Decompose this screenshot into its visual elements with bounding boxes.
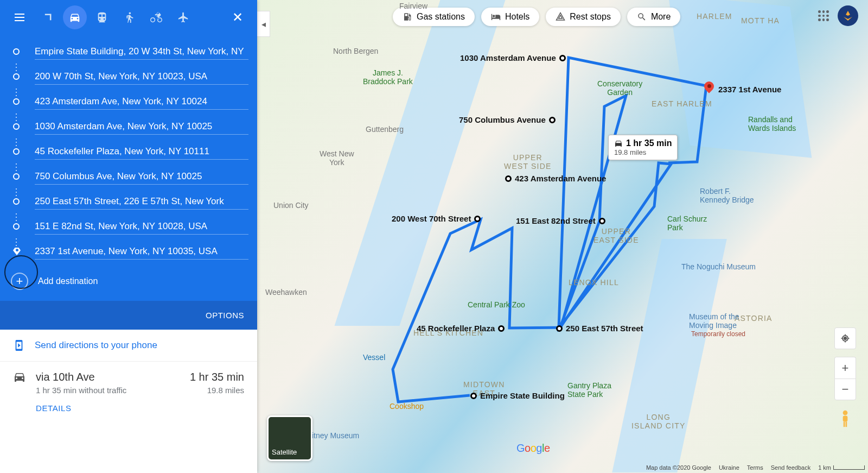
map-waypoint[interactable]: 1030 Amsterdam Avenue xyxy=(460,53,566,62)
waypoint-input[interactable] xyxy=(35,44,248,60)
waypoint-input[interactable] xyxy=(35,169,248,185)
chevron-left-icon: ◂ xyxy=(261,19,266,29)
mode-best[interactable] xyxy=(36,5,60,29)
map-park-label: Conservatory Garden xyxy=(597,79,642,97)
map-label: West New York xyxy=(320,149,354,167)
gas-icon xyxy=(403,12,412,22)
attrib-feedback[interactable]: Send feedback xyxy=(771,464,810,471)
svg-rect-1 xyxy=(843,416,848,422)
map-area-label: LONG ISLAND CITY xyxy=(631,413,686,430)
route-summary[interactable]: via 10th Ave 1 hr 35 min 1 hr 35 min wit… xyxy=(0,362,257,421)
waypoint-marker-icon xyxy=(13,73,20,80)
waypoint-row[interactable] xyxy=(13,164,248,189)
waypoint-input[interactable] xyxy=(35,94,248,110)
attrib-country[interactable]: Ukraine xyxy=(719,464,739,471)
route-info-bubble[interactable]: 1 hr 35 min 19.8 miles xyxy=(608,135,678,160)
top-right-controls xyxy=(818,5,858,26)
waypoints-list: + Add destination xyxy=(0,35,257,301)
chip-more[interactable]: More xyxy=(627,8,680,26)
mode-transit[interactable] xyxy=(90,5,114,29)
mode-cycling[interactable] xyxy=(144,5,168,29)
details-button[interactable]: DETAILS xyxy=(36,403,244,413)
sidebar-header: ✕ xyxy=(0,0,257,35)
svg-point-0 xyxy=(843,411,848,415)
send-to-phone[interactable]: Send directions to your phone xyxy=(0,330,257,362)
pegman-button[interactable] xyxy=(837,408,854,430)
route-time: 1 hr 35 min xyxy=(190,371,244,383)
add-destination-label: Add destination xyxy=(38,276,98,286)
chip-rest-stops[interactable]: Rest stops xyxy=(546,8,621,26)
map-waypoint[interactable]: 45 Rockefeller Plaza xyxy=(417,324,505,333)
directions-sidebar: ✕ + Add destination OPTIONS Send directi… xyxy=(0,0,257,473)
satellite-toggle[interactable]: Satellite xyxy=(267,415,312,461)
waypoint-input[interactable] xyxy=(35,69,248,85)
hotel-icon xyxy=(491,12,501,22)
menu-button[interactable] xyxy=(9,7,30,28)
map-poi[interactable]: The Noguchi Museum xyxy=(681,262,756,271)
map-controls: + − xyxy=(834,327,856,430)
waypoint-row[interactable] xyxy=(13,139,248,164)
waypoint-row[interactable] xyxy=(13,64,248,89)
plus-icon: + xyxy=(16,274,23,288)
map-label: North Bergen xyxy=(333,47,378,55)
chip-gas-stations[interactable]: Gas stations xyxy=(393,8,475,26)
account-avatar[interactable] xyxy=(838,5,858,26)
map-poi[interactable]: Central Park Zoo xyxy=(468,300,525,309)
map-canvas[interactable]: Gas stations Hotels Rest stops More Nort… xyxy=(257,0,868,473)
map-label: Fairview xyxy=(399,2,427,10)
waypoint-row[interactable] xyxy=(13,114,248,139)
map-poi[interactable]: Museum of the Moving Image xyxy=(689,312,739,330)
options-button[interactable]: OPTIONS xyxy=(0,301,257,330)
google-logo: Google xyxy=(516,442,550,455)
waypoint-input[interactable] xyxy=(35,194,248,210)
map-waypoint[interactable]: 750 Columbus Avenue xyxy=(459,115,556,124)
pegman-icon xyxy=(838,409,852,428)
add-destination-button[interactable]: + xyxy=(11,273,28,290)
waypoint-row[interactable] xyxy=(13,239,248,264)
map-label: Weehawken xyxy=(265,288,307,297)
route-subtitle: 1 hr 35 min without traffic xyxy=(36,386,207,395)
svg-rect-2 xyxy=(844,421,845,427)
zoom-in-button[interactable]: + xyxy=(834,357,856,379)
google-apps-button[interactable] xyxy=(818,10,829,21)
map-waypoint[interactable]: Empire State Building xyxy=(470,391,565,400)
zoom-out-button[interactable]: − xyxy=(834,379,856,400)
map-waypoint[interactable]: 250 East 57th Street xyxy=(556,324,643,333)
waypoint-row[interactable] xyxy=(13,214,248,239)
map-waypoint-destination[interactable]: 2337 1st Avenue xyxy=(704,81,781,97)
waypoint-input[interactable] xyxy=(35,144,248,160)
waypoint-row[interactable] xyxy=(13,39,248,64)
attrib-terms[interactable]: Terms xyxy=(747,464,763,471)
locate-button[interactable] xyxy=(834,327,856,349)
mode-flights[interactable] xyxy=(171,5,195,29)
map-area-label: LENOX HILL xyxy=(569,278,619,287)
close-button[interactable]: ✕ xyxy=(227,7,248,28)
plus-icon: + xyxy=(842,361,849,375)
waypoint-marker-icon xyxy=(13,48,20,55)
car-icon xyxy=(614,139,623,148)
waypoint-input[interactable] xyxy=(35,219,248,235)
map-poi[interactable]: Robert F. Kennedy Bridge xyxy=(700,187,754,204)
waypoint-marker-icon xyxy=(13,198,20,205)
map-poi[interactable]: Vessel xyxy=(363,353,385,362)
waypoint-row[interactable] xyxy=(13,89,248,114)
waypoint-input[interactable] xyxy=(35,119,248,135)
close-icon: ✕ xyxy=(232,10,243,25)
map-label: Guttenberg xyxy=(366,125,404,134)
collapse-sidebar-button[interactable]: ◂ xyxy=(257,11,270,37)
waypoint-input[interactable] xyxy=(35,244,248,260)
waypoint-row[interactable] xyxy=(13,189,248,214)
attrib-data: Map data ©2020 Google xyxy=(646,464,711,471)
chip-hotels[interactable]: Hotels xyxy=(481,8,539,26)
waypoint-marker-icon xyxy=(13,148,20,155)
map-park-label: Gantry Plaza State Park xyxy=(567,381,611,399)
map-waypoint[interactable]: 200 West 70th Street xyxy=(392,214,481,223)
map-waypoint[interactable]: 423 Amsterdam Avenue xyxy=(505,174,606,183)
mode-driving[interactable] xyxy=(63,5,87,29)
add-destination[interactable]: + Add destination xyxy=(13,264,248,297)
scale-control[interactable]: 1 km xyxy=(818,464,865,471)
map-area-label: MOTT HA xyxy=(741,16,780,25)
map-waypoint[interactable]: 151 East 82nd Street xyxy=(516,216,605,225)
map-poi[interactable]: Cookshop xyxy=(390,402,424,411)
mode-walking[interactable] xyxy=(117,5,141,29)
